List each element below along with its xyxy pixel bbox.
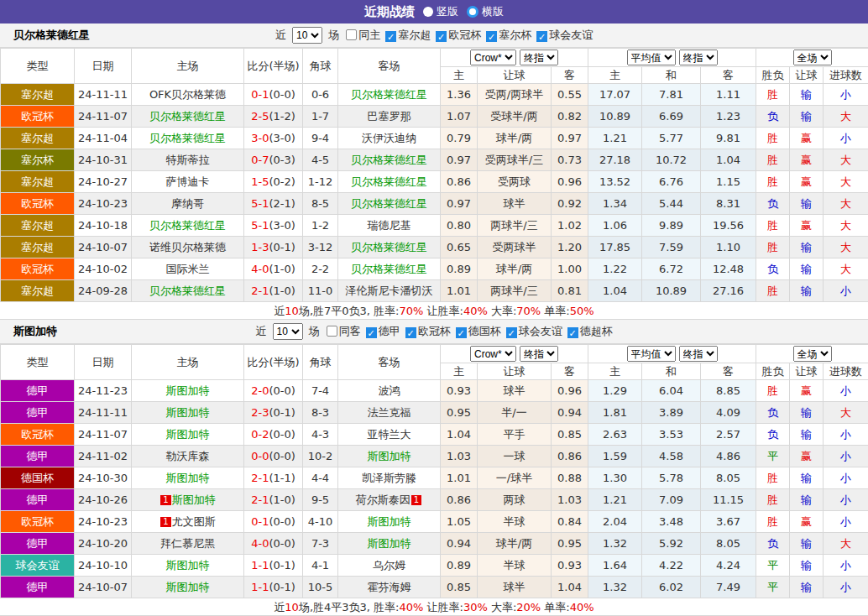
goals-result-cell: 小: [824, 280, 868, 302]
home-odds-cell: 0.85: [441, 577, 478, 598]
team-name: 贝尔格莱德红星: [13, 28, 90, 43]
tracked-team-name: 贝尔格莱德红星: [351, 263, 427, 275]
avg-type-select[interactable]: 终指: [679, 50, 718, 65]
match-row: 德甲24-11-11斯图加特2-3(0-1)8-3法兰克福0.95半/一0.94…: [1, 402, 868, 424]
goals-result-cell: 小: [824, 128, 868, 149]
opponent-team-name: 巴塞罗那: [368, 110, 411, 123]
scope-select[interactable]: 全场: [793, 50, 832, 65]
handicap-result-cell: 赢: [790, 215, 824, 237]
full-time-score: 1-1: [251, 559, 269, 572]
match-count-select[interactable]: 10: [273, 323, 303, 340]
avg-away-cell: 9.81: [701, 128, 756, 149]
column-header: 主场: [132, 49, 244, 84]
score-cell: 5-1(2-1): [244, 193, 303, 215]
column-subheader: 客: [552, 67, 588, 84]
summary-segment: 40%: [399, 601, 423, 613]
home-odds-cell: 0.93: [441, 380, 478, 402]
odds-source-select[interactable]: Crow*: [470, 346, 516, 362]
date-cell: 24-10-27: [75, 171, 132, 193]
league-cell: 德甲: [1, 577, 75, 598]
tracked-team-name: 斯图加特: [172, 493, 216, 506]
half-time-score: (3-0): [269, 219, 295, 232]
league-checkbox-德甲[interactable]: ✓: [366, 327, 377, 338]
same-venue-checkbox[interactable]: [346, 29, 357, 40]
filter-controls: 近 10 场同客✓德甲✓欧冠杯✓德国杯✓球会友谊✓德超杯: [255, 323, 612, 340]
corners-cell: 4-5: [303, 149, 338, 171]
summary-segment: 让胜率:: [423, 305, 463, 317]
column-header: 客场: [338, 49, 441, 84]
score-cell: 1-1(0-1): [244, 555, 303, 577]
layout-radio-vertical[interactable]: 竖版: [423, 4, 458, 19]
away-team-cell: 波鸿: [338, 380, 441, 402]
odds-source-select[interactable]: Crow*: [470, 50, 516, 65]
half-time-score: (0-0): [269, 88, 295, 101]
league-checkbox-欧冠杯[interactable]: ✓: [405, 327, 416, 338]
league-checkbox-欧冠杯[interactable]: ✓: [436, 31, 447, 42]
summary-segment: 50%: [570, 305, 594, 317]
avg-home-cell: 2.04: [588, 511, 642, 533]
league-checkbox-德超杯[interactable]: ✓: [567, 327, 578, 338]
home-team-cell: 勒沃库森: [132, 446, 244, 467]
corners-cell: 3-12: [303, 237, 338, 258]
handicap-result-cell: 输: [790, 424, 824, 446]
league-cell: 德甲: [1, 402, 75, 424]
handicap-cell: 两球半/三: [478, 215, 552, 237]
same-venue-checkbox[interactable]: [327, 326, 337, 337]
handicap-result-cell: 输: [790, 402, 824, 424]
home-team-cell: 贝尔格莱德红星: [132, 128, 244, 149]
filter-controls: 近 10 场同主✓塞尔超✓欧冠杯✓塞尔杯✓球会友谊: [275, 27, 593, 44]
column-subheader: 和: [642, 67, 701, 84]
handicap-result-cell: 输: [790, 84, 824, 106]
handicap-cell: 半球: [478, 511, 552, 533]
half-time-score: (0-1): [269, 406, 295, 419]
goals-result-cell: 大: [824, 171, 868, 193]
average-select[interactable]: 平均值: [627, 346, 676, 362]
league-checkbox-塞尔杯[interactable]: ✓: [486, 31, 497, 42]
league-checkbox-塞尔超[interactable]: ✓: [385, 31, 396, 42]
match-count-select[interactable]: 10: [292, 27, 322, 44]
tracked-team-name: 斯图加特: [166, 559, 210, 572]
avg-group-header: 平均值终指: [588, 345, 756, 363]
layout-radio-horizontal[interactable]: 横版: [467, 4, 504, 19]
avg-draw-cell: 10.89: [642, 280, 701, 302]
handicap-result-cell: 输: [790, 237, 824, 258]
avg-away-cell: 12.48: [701, 258, 756, 280]
away-team-cell: 凯泽斯劳滕: [338, 467, 441, 489]
match-row: 塞尔超24-11-11OFK贝尔格莱德0-1(0-0)0-6贝尔格莱德红星1.3…: [1, 84, 868, 106]
avg-home-cell: 1.59: [588, 446, 642, 467]
corners-cell: 4-1: [303, 555, 338, 577]
corners-cell: 11-0: [303, 280, 338, 302]
goals-result-cell: 大: [824, 533, 868, 555]
tracked-team-name: 贝尔格莱德红星: [149, 110, 226, 123]
league-checkbox-球会友谊[interactable]: ✓: [506, 327, 517, 338]
scope-select[interactable]: 全场: [793, 346, 832, 362]
column-subheader: 客: [701, 363, 756, 380]
tracked-team-name: 斯图加特: [166, 428, 210, 441]
home-odds-cell: 0.94: [441, 533, 478, 555]
radio-selected-icon[interactable]: [467, 6, 478, 18]
odds-type-select[interactable]: 终指: [520, 346, 558, 362]
tracked-team-name: 贝尔格莱德红星: [351, 241, 427, 253]
avg-draw-cell: 5.92: [642, 533, 701, 555]
title-bar: 近期战绩 竖版 横版: [0, 0, 868, 23]
radio-unselected-icon[interactable]: [423, 7, 433, 17]
handicap-cell: 一球: [478, 446, 552, 467]
handicap-cell: 受球半/两: [478, 106, 552, 128]
home-odds-cell: 0.86: [441, 489, 478, 511]
column-subheader: 主: [441, 67, 478, 84]
league-cell: 塞尔超: [1, 237, 75, 258]
corners-cell: 9-5: [303, 489, 338, 511]
score-cell: 4-0(1-0): [244, 258, 303, 280]
average-select[interactable]: 平均值: [627, 50, 676, 65]
date-cell: 24-11-11: [75, 84, 132, 106]
league-checkbox-球会友谊[interactable]: ✓: [536, 31, 547, 42]
avg-home-cell: 1.81: [588, 402, 642, 424]
away-odds-cell: 0.96: [552, 380, 588, 402]
summary-segment: 40%: [463, 305, 488, 317]
odds-type-select[interactable]: 终指: [520, 50, 558, 65]
avg-type-select[interactable]: 终指: [679, 346, 718, 362]
opponent-team-name: 特斯蒂拉: [166, 154, 210, 166]
league-checkbox-label: 塞尔超: [398, 29, 431, 41]
avg-draw-cell: 5.77: [642, 128, 701, 149]
league-checkbox-德国杯[interactable]: ✓: [456, 327, 467, 338]
